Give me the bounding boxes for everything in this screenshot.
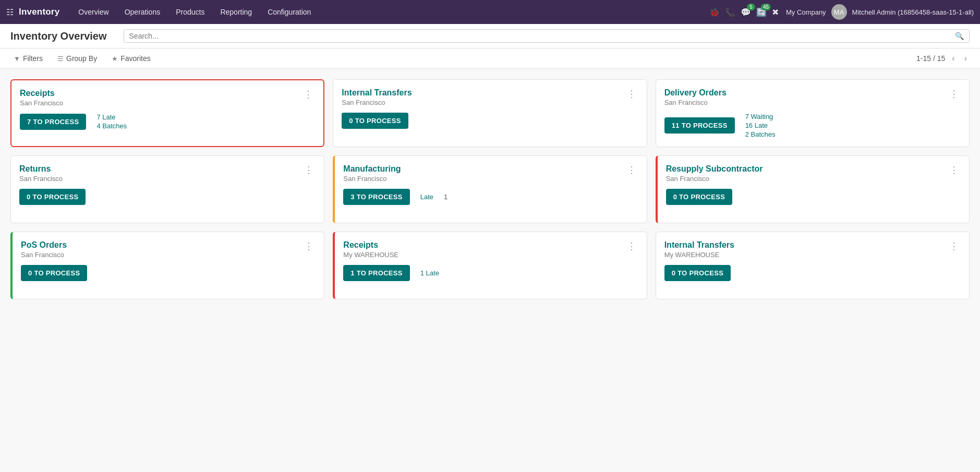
subheader: Inventory Overview 🔍 (0, 24, 980, 49)
nav-overview[interactable]: Overview (71, 6, 116, 18)
card-menu-internal-transfers-mywh[interactable]: ⋮ (947, 240, 961, 252)
stat-link-receipts-mywh[interactable]: 1 Late (420, 269, 439, 277)
refresh-badge: 45 (761, 4, 771, 10)
filter-controls: ▼ Filters ☰ Group By ★ Favorites (10, 53, 154, 64)
card-body-manufacturing-sf: 3 TO PROCESSLate1 (343, 189, 638, 205)
pagination-next[interactable]: › (962, 53, 970, 64)
stat-link-delivery-orders-sf[interactable]: 7 Waiting (745, 113, 776, 120)
card-header-receipts-mywh: ReceiptsMy WAREHOUSE⋮ (343, 240, 638, 259)
page-title: Inventory Overview (10, 30, 107, 42)
filters-button[interactable]: ▼ Filters (10, 53, 46, 64)
process-button-manufacturing-sf[interactable]: 3 TO PROCESS (343, 189, 409, 205)
card-receipts-sf: ReceiptsSan Francisco⋮7 TO PROCESS7 Late… (10, 79, 324, 147)
stat-link-receipts-sf[interactable]: 4 Batches (96, 122, 127, 130)
nav-menu: Overview Operations Products Reporting C… (71, 6, 707, 18)
card-internal-transfers-mywh: Internal TransfersMy WAREHOUSE⋮0 TO PROC… (656, 232, 970, 299)
card-body-resupply-subcontractor-sf: 0 TO PROCESS (666, 189, 961, 205)
card-body-receipts-sf: 7 TO PROCESS7 Late4 Batches (20, 113, 315, 130)
pagination-prev[interactable]: ‹ (949, 53, 957, 64)
card-header-pos-orders-sf: PoS OrdersSan Francisco⋮ (21, 240, 316, 259)
nav-operations[interactable]: Operations (117, 6, 167, 18)
card-menu-returns-sf[interactable]: ⋮ (302, 164, 316, 176)
process-button-receipts-sf[interactable]: 7 TO PROCESS (20, 114, 86, 130)
card-menu-resupply-subcontractor-sf[interactable]: ⋮ (947, 164, 961, 176)
process-button-delivery-orders-sf[interactable]: 11 TO PROCESS (664, 117, 735, 134)
card-stats-receipts-mywh: 1 Late (420, 269, 439, 277)
card-header-returns-sf: ReturnsSan Francisco⋮ (19, 164, 316, 183)
pagination-count: 1-15 / 15 (916, 54, 945, 63)
pagination-area: 1-15 / 15 ‹ › (916, 53, 970, 64)
card-menu-pos-orders-sf[interactable]: ⋮ (302, 240, 316, 252)
card-subtitle-manufacturing-sf: San Francisco (343, 175, 401, 183)
card-resupply-subcontractor-sf: Resupply SubcontractorSan Francisco⋮0 TO… (656, 155, 970, 223)
nav-products[interactable]: Products (168, 6, 212, 18)
card-subtitle-internal-transfers-mywh: My WAREHOUSE (664, 251, 734, 259)
process-button-returns-sf[interactable]: 0 TO PROCESS (19, 189, 86, 205)
process-button-internal-transfers-mywh[interactable]: 0 TO PROCESS (664, 265, 731, 281)
favorites-button[interactable]: ★ Favorites (108, 53, 154, 64)
filters-label: Filters (23, 54, 43, 63)
card-menu-receipts-mywh[interactable]: ⋮ (625, 240, 638, 252)
brand-name[interactable]: Inventory (19, 7, 59, 17)
card-body-internal-transfers-sf: 0 TO PROCESS (342, 113, 638, 129)
card-body-returns-sf: 0 TO PROCESS (19, 189, 316, 205)
stat-label-manufacturing-sf: Late (420, 193, 433, 201)
nav-reporting[interactable]: Reporting (213, 6, 259, 18)
card-stats-delivery-orders-sf: 7 Waiting16 Late2 Batches (745, 113, 776, 138)
card-title-returns-sf: Returns (19, 164, 63, 174)
card-title-receipts-mywh: Receipts (343, 240, 398, 250)
card-title-resupply-subcontractor-sf: Resupply Subcontractor (666, 164, 763, 174)
tool-icon[interactable]: ✖ (772, 7, 779, 17)
username[interactable]: Mitchell Admin (16856458-saas-15-1-all) (852, 8, 974, 16)
phone-icon[interactable]: 📞 (725, 7, 735, 17)
card-header-internal-transfers-sf: Internal TransfersSan Francisco⋮ (342, 88, 638, 106)
card-internal-transfers-sf: Internal TransfersSan Francisco⋮0 TO PRO… (333, 79, 647, 147)
chat-icon[interactable]: 💬 5 (741, 7, 751, 17)
card-body-internal-transfers-mywh: 0 TO PROCESS (664, 265, 961, 281)
group-by-button[interactable]: ☰ Group By (54, 53, 100, 64)
process-button-pos-orders-sf[interactable]: 0 TO PROCESS (21, 265, 87, 281)
star-icon: ★ (112, 55, 118, 63)
process-button-resupply-subcontractor-sf[interactable]: 0 TO PROCESS (666, 189, 732, 205)
card-menu-manufacturing-sf[interactable]: ⋮ (625, 164, 638, 176)
card-stats-receipts-sf: 7 Late4 Batches (96, 113, 127, 130)
process-button-receipts-mywh[interactable]: 1 TO PROCESS (343, 265, 409, 281)
card-title-delivery-orders-sf: Delivery Orders (664, 88, 727, 98)
avatar[interactable]: MA (831, 4, 847, 20)
groupby-icon: ☰ (57, 55, 64, 63)
card-header-receipts-sf: ReceiptsSan Francisco⋮ (20, 89, 315, 107)
grid-icon[interactable]: ☷ (6, 7, 14, 17)
card-title-pos-orders-sf: PoS Orders (21, 240, 67, 250)
card-subtitle-receipts-mywh: My WAREHOUSE (343, 251, 398, 259)
search-input[interactable] (129, 32, 955, 40)
card-subtitle-resupply-subcontractor-sf: San Francisco (666, 175, 763, 183)
card-subtitle-internal-transfers-sf: San Francisco (342, 99, 412, 106)
stat-link-receipts-sf[interactable]: 7 Late (96, 113, 127, 121)
refresh-icon[interactable]: 🔄 45 (756, 7, 767, 17)
card-title-receipts-sf: Receipts (20, 89, 63, 98)
nav-configuration[interactable]: Configuration (260, 6, 318, 18)
stat-value-manufacturing-sf: 1 (444, 193, 447, 201)
bug-icon[interactable]: 🐞 (709, 7, 720, 17)
card-subtitle-returns-sf: San Francisco (19, 175, 63, 183)
card-grid: ReceiptsSan Francisco⋮7 TO PROCESS7 Late… (0, 69, 980, 310)
card-header-delivery-orders-sf: Delivery OrdersSan Francisco⋮ (664, 88, 961, 106)
card-body-receipts-mywh: 1 TO PROCESS1 Late (343, 265, 638, 281)
card-header-resupply-subcontractor-sf: Resupply SubcontractorSan Francisco⋮ (666, 164, 961, 183)
card-body-delivery-orders-sf: 11 TO PROCESS7 Waiting16 Late2 Batches (664, 113, 961, 138)
card-menu-internal-transfers-sf[interactable]: ⋮ (625, 88, 638, 100)
card-title-internal-transfers-sf: Internal Transfers (342, 88, 412, 98)
card-header-internal-transfers-mywh: Internal TransfersMy WAREHOUSE⋮ (664, 240, 961, 259)
search-icon[interactable]: 🔍 (955, 32, 964, 40)
company-name[interactable]: My Company (786, 8, 826, 16)
card-subtitle-pos-orders-sf: San Francisco (21, 251, 67, 259)
card-menu-delivery-orders-sf[interactable]: ⋮ (947, 88, 961, 100)
card-menu-receipts-sf[interactable]: ⋮ (301, 89, 315, 100)
process-button-internal-transfers-sf[interactable]: 0 TO PROCESS (342, 113, 408, 129)
card-title-manufacturing-sf: Manufacturing (343, 164, 401, 174)
card-body-pos-orders-sf: 0 TO PROCESS (21, 265, 316, 281)
stat-link-delivery-orders-sf[interactable]: 16 Late (745, 122, 776, 129)
filter-bar: ▼ Filters ☰ Group By ★ Favorites 1-15 / … (0, 49, 980, 69)
stat-link-delivery-orders-sf[interactable]: 2 Batches (745, 130, 776, 138)
filter-icon: ▼ (14, 55, 20, 63)
